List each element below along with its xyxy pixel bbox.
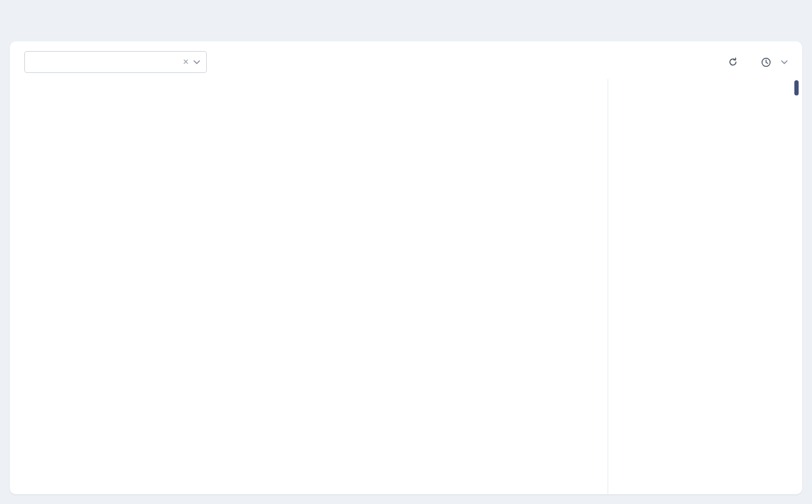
chevron-down-icon: [781, 60, 788, 64]
latency-bar-chart[interactable]: [10, 81, 603, 417]
service-select[interactable]: ×: [24, 51, 207, 73]
metrics-side-panel: [608, 79, 802, 494]
content-row: [10, 79, 802, 494]
clock-icon: [761, 57, 771, 67]
chart-column: [10, 79, 608, 494]
timeline-minimap[interactable]: [10, 419, 603, 488]
refresh-icon: [728, 57, 738, 67]
chevron-down-icon[interactable]: [193, 60, 200, 64]
toolbar-right: [728, 57, 788, 67]
chart-toolbar: ×: [10, 41, 802, 79]
top-nav: [0, 0, 812, 34]
time-range-select[interactable]: [761, 57, 788, 67]
scrollbar-thumb[interactable]: [794, 80, 799, 95]
refresh-button[interactable]: [728, 57, 743, 67]
close-icon[interactable]: ×: [178, 57, 193, 67]
metrics-card: ×: [10, 41, 802, 494]
